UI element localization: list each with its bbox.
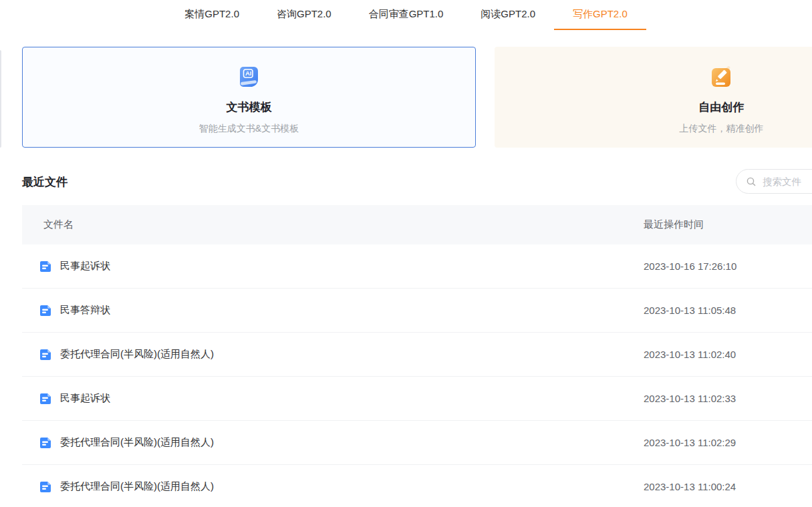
document-file-icon [39, 260, 52, 273]
edit-pencil-icon [710, 65, 732, 88]
table-row[interactable]: 委托代理合同(半风险)(适用自然人) 2023-10-13 11:00:24 [22, 465, 812, 507]
file-time: 2023-10-13 11:05:48 [644, 305, 736, 316]
file-name: 民事起诉状 [60, 260, 110, 273]
card-title: 自由创作 [699, 100, 745, 115]
file-name-cell: 委托代理合同(半风险)(适用自然人) [39, 480, 214, 494]
file-name: 民事答辩状 [60, 304, 110, 317]
document-file-icon [39, 436, 52, 450]
tab-label: 案情GPT2.0 [184, 8, 239, 21]
document-file-icon [39, 392, 52, 405]
tab-label: 写作GPT2.0 [573, 8, 628, 21]
table-row[interactable]: 民事起诉状 2023-10-16 17:26:10 [22, 244, 812, 289]
file-name-cell: 委托代理合同(半风险)(适用自然人) [39, 348, 214, 361]
tab[interactable]: 案情GPT2.0 [166, 0, 258, 30]
tab-label: 合同审查GPT1.0 [369, 8, 444, 21]
table-row[interactable]: 委托代理合同(半风险)(适用自然人) 2023-10-13 11:02:40 [22, 333, 812, 377]
search-icon [746, 176, 757, 187]
tabs: 案情GPT2.0 咨询GPT2.0 合同审查GPT1.0 阅读GPT2.0 写作… [166, 0, 646, 30]
file-name: 委托代理合同(半风险)(适用自然人) [60, 480, 214, 493]
file-name: 委托代理合同(半风险)(适用自然人) [60, 348, 214, 361]
column-header-name: 文件名 [43, 218, 74, 231]
file-name-cell: 委托代理合同(半风险)(适用自然人) [39, 436, 214, 450]
tab[interactable]: 咨询GPT2.0 [258, 0, 350, 30]
section-title: 最近文件 [22, 174, 67, 190]
table-row[interactable]: 民事答辩状 2023-10-13 11:05:48 [22, 289, 812, 333]
table-row[interactable]: 民事起诉状 2023-10-13 11:02:33 [22, 377, 812, 421]
column-header-time: 最近操作时间 [644, 218, 704, 231]
file-name: 委托代理合同(半风险)(适用自然人) [60, 436, 214, 449]
tab[interactable]: 写作GPT2.0 [554, 0, 646, 30]
document-file-icon [39, 304, 52, 317]
tab[interactable]: 合同审查GPT1.0 [350, 0, 462, 30]
feature-cards: AI 文书模板 智能生成文书&文书模板 自由创作 上传文件，精准创作 [0, 47, 812, 148]
file-time: 2023-10-16 17:26:10 [644, 261, 736, 272]
carousel-edge [0, 50, 1, 148]
file-name-cell: 民事起诉状 [39, 392, 110, 405]
table-row[interactable]: 委托代理合同(半风险)(适用自然人) 2023-10-13 11:02:29 [22, 421, 812, 465]
document-file-icon [39, 480, 52, 494]
file-name: 民事起诉状 [60, 392, 110, 405]
document-file-icon [39, 348, 52, 361]
table-header: 文件名 最近操作时间 [22, 205, 812, 244]
card-doc-template[interactable]: AI 文书模板 智能生成文书&文书模板 [22, 47, 476, 148]
search-box[interactable] [736, 169, 812, 194]
file-name-cell: 民事起诉状 [39, 260, 110, 273]
file-time: 2023-10-13 11:00:24 [644, 481, 736, 492]
table-body: 民事起诉状 2023-10-16 17:26:10 民事答辩状 [22, 244, 812, 507]
tab-bar: 案情GPT2.0 咨询GPT2.0 合同审查GPT1.0 阅读GPT2.0 写作… [0, 0, 812, 30]
tab[interactable]: 阅读GPT2.0 [462, 0, 554, 30]
tab-label: 阅读GPT2.0 [481, 8, 535, 21]
file-time: 2023-10-13 11:02:33 [644, 393, 736, 404]
card-title: 文书模板 [227, 100, 272, 115]
ai-document-icon: AI [238, 65, 260, 88]
search-input[interactable] [761, 176, 812, 188]
file-name-cell: 民事答辩状 [39, 304, 110, 317]
file-time: 2023-10-13 11:02:40 [644, 349, 736, 360]
card-subtitle: 智能生成文书&文书模板 [199, 123, 299, 135]
card-free-writing[interactable]: 自由创作 上传文件，精准创作 [495, 47, 812, 148]
tab-label: 咨询GPT2.0 [277, 8, 331, 21]
card-subtitle: 上传文件，精准创作 [680, 123, 764, 135]
file-time: 2023-10-13 11:02:29 [644, 437, 736, 448]
svg-text:AI: AI [245, 69, 252, 77]
recent-files-header: 最近文件 [0, 169, 812, 194]
recent-files-table: 文件名 最近操作时间 民事起诉状 2023-10-16 17: [22, 205, 812, 507]
